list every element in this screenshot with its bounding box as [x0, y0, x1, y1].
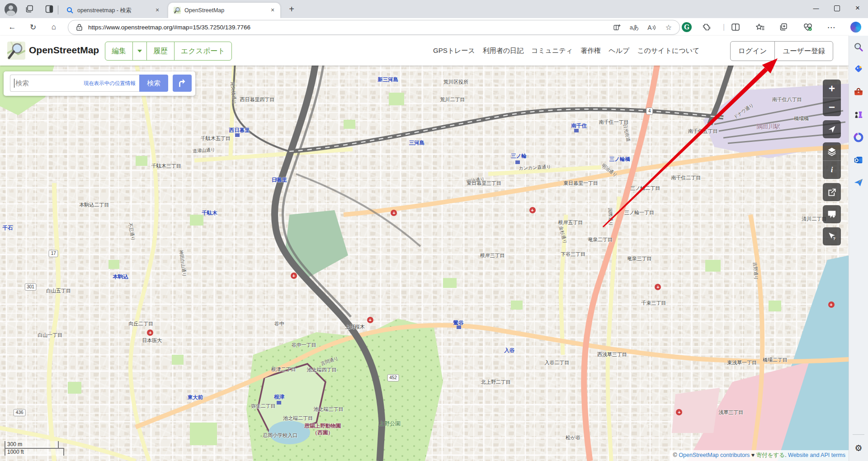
search-input[interactable]: 検索 現在表示中の位置情報: [10, 75, 139, 92]
edit-button-group: 編集 履歴 エクスポート: [105, 42, 232, 61]
query-features-button[interactable]: ?: [823, 227, 841, 245]
nav-link-5[interactable]: このサイトについて: [637, 47, 699, 55]
search-favicon: [66, 7, 74, 14]
grammarly-extension-icon[interactable]: G: [682, 22, 692, 32]
text-caret: [14, 79, 14, 88]
sidebar-games-icon[interactable]: [849, 103, 868, 126]
new-tab-button[interactable]: +: [286, 3, 297, 15]
directions-button[interactable]: [173, 75, 192, 92]
where-am-i-link[interactable]: 現在表示中の位置情報: [84, 80, 136, 87]
split-screen-icon[interactable]: [729, 20, 742, 34]
svg-text:?: ?: [833, 236, 836, 241]
site-title[interactable]: OpenStreetMap: [29, 45, 99, 56]
zoom-out-button[interactable]: −: [823, 98, 841, 116]
nav-link-2[interactable]: コミュニティ: [531, 47, 573, 55]
heart-icon: ♥: [751, 452, 755, 458]
map-controls: +−i?: [823, 80, 841, 249]
collections-icon[interactable]: [777, 20, 790, 34]
export-button[interactable]: エクスポート: [175, 42, 231, 60]
attribution: © OpenStreetMap contributors ♥ 寄付をする. We…: [670, 450, 849, 461]
copilot-icon[interactable]: [849, 20, 863, 34]
sidebar-microsoft-365-icon[interactable]: [849, 126, 868, 149]
terms-link[interactable]: Website and API terms: [788, 452, 845, 458]
settings-more-icon[interactable]: ⋯: [825, 20, 838, 34]
scale-imperial: 1000 ft: [5, 448, 64, 456]
tab-stack-icon[interactable]: [24, 3, 35, 15]
tab-title: OpenStreetMap: [184, 7, 269, 14]
edit-dropdown-button[interactable]: [133, 42, 147, 60]
home-icon[interactable]: ⌂: [47, 20, 61, 34]
openstreetmap-logo[interactable]: [7, 42, 25, 60]
maximize-window-button[interactable]: [826, 0, 847, 16]
close-window-button[interactable]: ×: [847, 0, 868, 16]
sidebar-drop-icon[interactable]: [849, 171, 868, 194]
layers-button[interactable]: [823, 142, 841, 161]
favorites-bar-icon[interactable]: [753, 20, 767, 34]
signup-button[interactable]: ユーザー登録: [775, 42, 833, 61]
login-button[interactable]: ログイン: [731, 42, 775, 61]
refresh-icon[interactable]: ↻: [26, 20, 40, 34]
zoom-in-button[interactable]: +: [823, 80, 841, 98]
login-group: ログイン ユーザー登録: [730, 41, 833, 61]
sidebar-search-icon[interactable]: [849, 36, 868, 58]
url-text[interactable]: https://www.openstreetmap.org/#map=15/35…: [88, 24, 611, 31]
chevron-down-icon: [137, 50, 142, 52]
close-tab-icon[interactable]: ×: [269, 6, 277, 14]
osm-contributors-link[interactable]: OpenStreetMap contributors: [679, 452, 750, 458]
tab-title: openstreetmap - 検索: [77, 7, 153, 14]
browser-essentials-icon[interactable]: [801, 20, 815, 34]
tab-search[interactable]: openstreetmap - 検索 ×: [61, 3, 165, 18]
profile-avatar[interactable]: [5, 3, 17, 16]
osm-favicon: [174, 7, 181, 14]
search-button[interactable]: 検索: [139, 75, 168, 92]
search-panel: 検索 現在表示中の位置情報 検索: [4, 71, 195, 96]
sidebar-shopping-icon[interactable]: [849, 58, 868, 81]
sidebar-outlook-icon[interactable]: [849, 149, 868, 171]
divider: [58, 5, 58, 14]
nav-link-1[interactable]: 利用者の日記: [483, 47, 524, 55]
back-icon[interactable]: ←: [5, 20, 19, 34]
lock-icon: [73, 21, 85, 34]
scale-control: 300 m 1000 ft: [5, 441, 64, 456]
extensions-puzzle-icon[interactable]: [700, 20, 713, 34]
sidebar-settings-icon[interactable]: ⚙: [849, 437, 868, 459]
nav-link-0[interactable]: GPSトレース: [433, 47, 475, 55]
donate-link[interactable]: 寄付をする: [756, 452, 785, 458]
history-button[interactable]: 履歴: [147, 42, 175, 60]
map-canvas[interactable]: 田端新三河島西日暮里日暮里三河島三ノ輪三ノ輪橋南千住千駄木本駒込千石根津東大前鶯…: [0, 66, 849, 461]
osm-nav: GPSトレース利用者の日記コミュニティ著作権ヘルプこのサイトについて: [433, 36, 699, 66]
nav-link-3[interactable]: 著作権: [580, 47, 601, 55]
nav-link-4[interactable]: ヘルプ: [609, 47, 629, 55]
read-aloud-icon[interactable]: A: [645, 21, 658, 34]
scale-metric: 300 m: [5, 441, 59, 448]
share-button[interactable]: [823, 183, 841, 201]
edge-sidebar: ⚙: [849, 36, 868, 461]
address-bar[interactable]: https://www.openstreetmap.org/#map=15/35…: [68, 20, 680, 35]
divider: [853, 434, 864, 435]
tab-openstreetmap[interactable]: OpenStreetMap ×: [168, 3, 280, 18]
map-tiles: [0, 66, 849, 461]
favorite-star-icon[interactable]: ☆: [662, 21, 675, 34]
minimize-window-button[interactable]: —: [806, 0, 826, 16]
close-tab-icon[interactable]: ×: [153, 6, 161, 14]
workspaces-icon[interactable]: [43, 3, 55, 15]
tab-strip: openstreetmap - 検索 × OpenStreetMap × + —…: [0, 0, 868, 18]
map-key-button[interactable]: i: [823, 161, 841, 179]
directions-icon: [177, 78, 187, 88]
translate-icon[interactable]: aあ: [628, 21, 641, 34]
show-my-location-button[interactable]: [823, 120, 841, 138]
osm-header: OpenStreetMap 編集 履歴 エクスポート GPSトレース利用者の日記…: [0, 36, 849, 66]
add-note-button[interactable]: [823, 205, 841, 223]
edit-button[interactable]: 編集: [105, 42, 133, 60]
split-screen-new-icon[interactable]: [611, 21, 623, 34]
search-placeholder: 検索: [15, 79, 84, 88]
copyright-symbol: ©: [673, 452, 677, 458]
sidebar-tools-icon[interactable]: [849, 81, 868, 103]
